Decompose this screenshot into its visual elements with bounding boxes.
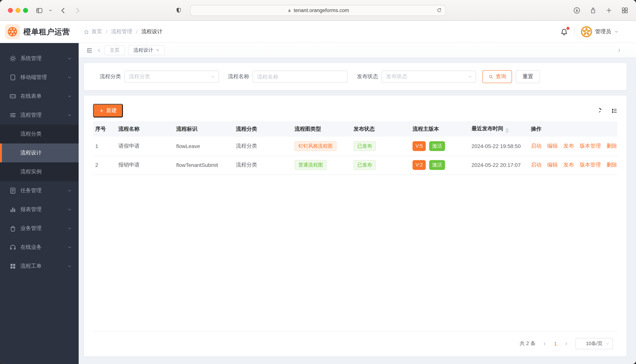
row-density-icon[interactable] (611, 108, 617, 114)
downloads-icon[interactable] (573, 6, 581, 14)
page-size-select[interactable]: 10条/页 (575, 338, 613, 349)
chevron-down-icon (48, 8, 53, 12)
action-edit[interactable]: 编辑 (547, 162, 558, 168)
action-delete[interactable]: 删除 (606, 162, 617, 168)
new-tab-icon[interactable] (605, 7, 612, 14)
address-bar[interactable]: tenant.orangeforms.com (190, 5, 446, 16)
chevron-down-icon (468, 74, 472, 79)
diagram-type-tag: 钉钉风格流程图 (295, 141, 337, 151)
total-count: 共 2 条 (520, 340, 535, 347)
breadcrumb-current: 流程设计 (141, 28, 163, 35)
version-badge: V:2 (412, 160, 426, 170)
chevron-down-icon (67, 245, 72, 250)
sidebar-item-workflow-design[interactable]: 流程设计 (0, 144, 79, 162)
chevron-down-icon (67, 226, 72, 231)
tab-home[interactable]: 主页 (104, 45, 125, 55)
privacy-shield-button[interactable] (175, 0, 182, 21)
category-select[interactable]: 流程分类 (124, 70, 219, 83)
cell-publish-time: 2024-05-22 19:58:50 (469, 137, 529, 156)
app-logo (5, 24, 20, 39)
tab-workflow-design[interactable]: 流程设计 (128, 45, 165, 55)
create-button[interactable]: 新建 (93, 104, 123, 118)
tabs-scroll-right-icon[interactable] (617, 48, 622, 53)
sidebar-item-online-biz[interactable]: 在线业务 (0, 238, 79, 257)
action-edit[interactable]: 编辑 (547, 143, 558, 149)
action-version-manage[interactable]: 版本管理 (580, 143, 601, 149)
forward-button[interactable] (73, 0, 82, 21)
next-page-icon[interactable] (564, 341, 569, 346)
app-title: 橙单租户运营 (24, 26, 70, 37)
sidebar-item-mobile[interactable]: 移动端管理 (0, 68, 79, 87)
process-name-input[interactable] (253, 70, 348, 83)
chevron-down-icon (67, 207, 72, 212)
minimize-window-button[interactable] (16, 8, 21, 13)
sidebar-item-workorder[interactable]: 流程工单 (0, 257, 79, 276)
chevron-down-icon (605, 342, 609, 346)
close-window-button[interactable] (8, 8, 13, 13)
action-start[interactable]: 启动 (531, 162, 541, 168)
orange-slice-icon (7, 26, 18, 37)
safari-sidebar-toggle[interactable] (36, 0, 43, 21)
gear-icon (9, 55, 17, 62)
filter-status-label: 发布状态 (357, 73, 378, 80)
bar-chart-icon (9, 206, 17, 213)
notification-button[interactable] (560, 28, 568, 36)
diagram-type-tag: 普通流程图 (295, 160, 327, 170)
action-delete[interactable]: 删除 (606, 143, 617, 149)
user-menu[interactable]: 管理员 (581, 26, 619, 38)
headset-icon (9, 244, 17, 251)
sidebar-item-system[interactable]: 系统管理 (0, 49, 79, 68)
breadcrumb-home[interactable]: 首页 (84, 28, 102, 35)
sidebar-dropdown-chevron[interactable] (48, 0, 53, 21)
share-icon[interactable] (589, 6, 597, 14)
url-text: tenant.orangeforms.com (294, 8, 349, 13)
sidebar-icon (36, 6, 43, 14)
action-publish[interactable]: 发布 (563, 143, 574, 149)
sidebar-item-workflow-category[interactable]: 流程分类 (0, 124, 79, 144)
query-button[interactable]: 查询 (483, 70, 512, 83)
cell-index: 1 (93, 137, 116, 156)
version-badge: V:5 (412, 141, 426, 151)
chevron-up-icon (67, 113, 72, 118)
col-publish-time[interactable]: 最近发布时间 (469, 121, 529, 137)
reset-button[interactable]: 重置 (516, 70, 540, 83)
sidebar-item-online-form[interactable]: 在线表单 (0, 87, 79, 106)
sliders-icon (9, 112, 17, 119)
plus-icon (99, 108, 104, 113)
action-start[interactable]: 启动 (531, 143, 541, 149)
sidebar-item-workflow-instance[interactable]: 流程实例 (0, 162, 79, 181)
zoom-window-button[interactable] (23, 8, 28, 13)
table-panel: 新建 (84, 96, 626, 356)
tabs-scroll-left-icon[interactable] (96, 48, 101, 53)
action-publish[interactable]: 发布 (563, 162, 574, 168)
breadcrumb-section[interactable]: 流程管理 (111, 28, 132, 35)
filter-bar: 流程分类 流程分类 流程名称 发布状态 发布状态 (84, 63, 626, 90)
sidebar-item-business[interactable]: 业务管理 (0, 219, 79, 238)
cell-name: 报销申请 (116, 156, 174, 174)
user-name: 管理员 (595, 28, 611, 35)
refresh-icon[interactable] (599, 108, 605, 114)
page-number[interactable]: 1 (554, 340, 557, 347)
publish-status-tag: 已发布 (354, 160, 376, 170)
col-key: 流程标识 (174, 121, 234, 137)
sidebar-item-task[interactable]: 任务管理 (0, 181, 79, 200)
mobile-icon (9, 74, 17, 81)
close-tab-icon[interactable] (156, 48, 160, 52)
active-badge: 激活 (429, 160, 445, 170)
prev-page-icon[interactable] (542, 341, 547, 346)
chevron-down-icon (67, 264, 72, 268)
avatar (581, 26, 592, 38)
reload-icon[interactable] (436, 7, 442, 13)
tab-overview-icon[interactable] (621, 7, 628, 14)
action-version-manage[interactable]: 版本管理 (580, 162, 601, 168)
publish-status-select[interactable]: 发布状态 (381, 70, 476, 83)
collapse-menu-icon[interactable] (86, 47, 93, 54)
col-name: 流程名称 (116, 121, 174, 137)
sort-caret-icon[interactable] (506, 128, 509, 133)
back-button[interactable] (59, 0, 67, 21)
search-icon (488, 74, 493, 79)
sidebar-item-report[interactable]: 报表管理 (0, 200, 79, 219)
breadcrumb: 首页 / 流程管理 / 流程设计 (84, 28, 163, 35)
chevron-right-icon (73, 6, 82, 14)
sidebar-item-workflow[interactable]: 流程管理 (0, 106, 79, 124)
